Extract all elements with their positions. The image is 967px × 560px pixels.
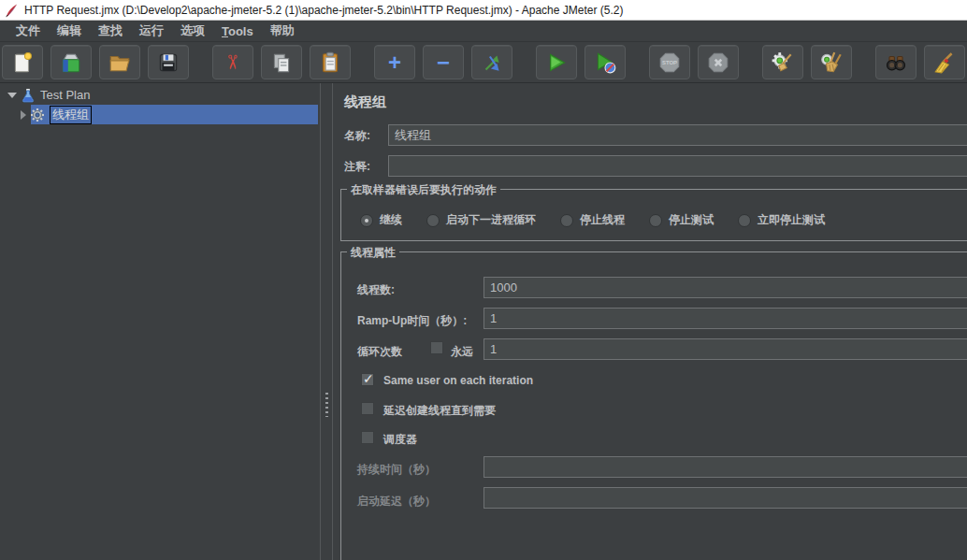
splitter-grip-icon[interactable] [325,393,328,417]
save-floppy-icon [156,50,180,75]
minus-icon: − [437,51,450,74]
cut-button[interactable]: ✂ [212,45,253,79]
tree-item-test-plan[interactable]: Test Plan [0,85,319,105]
forever-checkbox[interactable] [430,341,443,354]
tree-item-label[interactable]: Test Plan [40,88,90,102]
error-action-fieldset: 在取样器错误后要执行的动作 继续 启动下一进程循环 停止线程 停止测试 [340,189,967,241]
test-plan-flask-icon [21,88,36,103]
radio-icon[interactable] [426,214,440,227]
error-action-title: 在取样器错误后要执行的动作 [347,182,500,198]
name-input[interactable] [388,124,967,146]
scheduler-label: 调度器 [383,432,417,448]
forever-label: 永远 [451,344,473,360]
name-label: 名称: [344,128,370,144]
duration-label: 持续时间（秒） [357,462,436,478]
stop-icon: STOP [657,50,682,75]
threads-input[interactable] [484,277,967,298]
start-no-timers-button[interactable] [585,45,626,79]
menu-file[interactable]: 文件 [7,21,49,41]
collapse-arrow-icon[interactable] [7,93,17,98]
menu-tools[interactable]: Tools [213,22,262,40]
delayed-start-checkbox[interactable] [361,402,374,415]
play-no-timers-icon [593,50,617,75]
radio-continue[interactable]: 继续 [360,212,402,228]
thread-properties-title: 线程属性 [347,245,399,261]
templates-icon [59,50,83,75]
toolbar: ✂ + − [0,42,967,83]
save-button[interactable] [148,45,189,79]
start-button[interactable] [536,45,577,79]
tree-item-thread-group[interactable]: 线程组 [0,105,319,124]
play-icon [544,50,569,75]
zoom-in-button[interactable]: + [374,45,415,79]
menu-edit[interactable]: 编辑 [49,21,90,41]
templates-button[interactable] [51,45,92,79]
toggle-arrows-icon [480,50,504,75]
splitter-divider[interactable] [322,83,333,560]
radio-stop-test[interactable]: 停止测试 [649,212,714,228]
paste-clipboard-icon [318,50,342,75]
new-file-button[interactable] [2,45,43,79]
rampup-input[interactable] [484,308,967,329]
comment-label: 注释: [344,159,370,175]
scheduler-checkbox[interactable] [361,431,374,444]
radio-stop-thread[interactable]: 停止线程 [560,212,625,228]
scissors-icon: ✂ [223,54,242,71]
same-user-label: Same user on each iteration [383,374,533,387]
clear-all-button[interactable] [811,45,852,79]
threads-label: 线程数: [357,282,395,298]
radio-stop-test-now[interactable]: 立即停止测试 [738,212,825,228]
jmeter-window: HTTP Request.jmx (D:\Develop2\apache-jme… [0,0,967,560]
test-plan-tree: Test Plan 线程组 [0,83,321,560]
radio-icon[interactable] [560,214,573,227]
loop-count-input[interactable] [484,338,967,360]
jmeter-feather-icon [5,3,19,18]
paste-button[interactable] [310,45,351,79]
copy-icon [269,50,294,75]
thread-group-panel: 线程组 名称: 注释: 在取样器错误后要执行的动作 继续 启动下一进程循环 停止… [334,83,967,560]
shutdown-button[interactable] [698,45,739,79]
shutdown-icon [706,50,730,75]
radio-icon[interactable] [649,214,662,227]
clear-button[interactable] [762,45,803,79]
reset-broom-icon [932,50,957,75]
expand-arrow-icon[interactable] [21,110,26,120]
loop-count-label: 循环次数 [357,344,402,360]
same-user-checkbox[interactable] [361,373,374,386]
rampup-label: Ramp-Up时间（秒）: [357,313,467,329]
thread-group-gear-icon [30,108,45,122]
radio-icon[interactable] [738,214,751,227]
window-title: HTTP Request.jmx (D:\Develop2\apache-jme… [24,4,623,17]
menu-options[interactable]: 选项 [172,21,213,41]
menu-help[interactable]: 帮助 [262,21,303,41]
copy-button[interactable] [261,45,302,79]
page-title: 线程组 [344,93,386,111]
comment-input[interactable] [388,155,967,177]
menu-search[interactable]: 查找 [90,21,131,41]
open-file-button[interactable] [99,45,140,79]
plus-icon: + [388,51,401,74]
startup-delay-input[interactable] [484,487,967,509]
delayed-start-label: 延迟创建线程直到需要 [383,403,496,419]
clear-gear-broom-icon [771,50,795,75]
duration-input[interactable] [484,456,967,478]
svg-text:STOP: STOP [662,60,677,65]
toggle-button[interactable] [471,45,512,79]
menu-run[interactable]: 运行 [131,21,172,41]
radio-start-next-loop[interactable]: 启动下一进程循环 [426,212,536,228]
binoculars-icon [884,50,908,75]
new-file-icon [10,50,35,75]
title-bar: HTTP Request.jmx (D:\Develop2\apache-jme… [0,0,967,21]
clear-all-gear-brooms-icon [819,50,844,75]
open-folder-icon [108,50,132,75]
radio-selected-icon[interactable] [360,214,373,227]
startup-delay-label: 启动延迟（秒） [357,494,436,510]
error-action-options: 继续 启动下一进程循环 停止线程 停止测试 立即停止测试 [360,212,825,228]
thread-properties-fieldset: 线程属性 线程数: Ramp-Up时间（秒）: 循环次数 永远 Same use… [340,251,967,560]
menu-bar: 文件 编辑 查找 运行 选项 Tools 帮助 [0,21,967,42]
stop-button[interactable]: STOP [649,45,690,79]
search-button[interactable] [875,45,916,79]
zoom-out-button[interactable]: − [423,45,464,79]
tree-item-label[interactable]: 线程组 [50,106,92,124]
search-reset-button[interactable] [924,45,965,79]
